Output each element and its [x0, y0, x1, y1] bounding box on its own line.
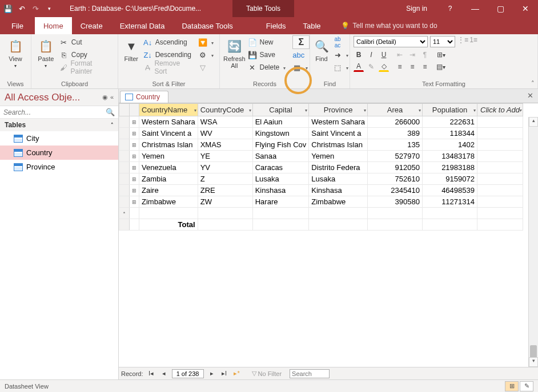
nav-search-input[interactable]	[3, 108, 106, 116]
view-button[interactable]: 📋 View ▾	[3, 36, 27, 68]
object-tab-country[interactable]: Country	[120, 91, 168, 103]
cell[interactable]: Saint Vincent a	[139, 128, 198, 139]
cell[interactable]: Lusaka	[309, 173, 368, 185]
remove-sort-button[interactable]: A̶Remove Sort	[141, 61, 194, 74]
nav-filter-icon[interactable]: ◉	[102, 94, 108, 101]
cell[interactable]: Kinshasa	[252, 185, 309, 196]
numbering-icon[interactable]: 1≡	[469, 36, 478, 47]
underline-button[interactable]: U	[379, 50, 389, 60]
filter-button[interactable]: ▼ Filter	[122, 36, 141, 77]
record-search-input[interactable]	[290, 369, 330, 378]
highlight-button[interactable]: ✎	[366, 62, 376, 72]
cell[interactable]: YE	[198, 151, 252, 162]
table-row[interactable]: ⊞ Christmas Islan XMAS Flying Fish Cov C…	[119, 139, 523, 151]
new-record-nav-button[interactable]: ▸*	[232, 370, 242, 377]
tell-me-search[interactable]: 💡 Tell me what you want to do	[341, 17, 437, 34]
cell[interactable]: 222631	[422, 116, 477, 128]
cell[interactable]: 13483178	[422, 151, 477, 162]
paste-button[interactable]: 📋 Paste ▾	[35, 36, 57, 77]
expand-icon[interactable]: ⊞	[130, 128, 139, 139]
delete-record-button[interactable]: ✕Delete	[246, 61, 288, 74]
row-selector[interactable]	[119, 196, 130, 208]
minimize-button[interactable]: —	[463, 4, 488, 13]
save-icon[interactable]: 💾	[3, 4, 13, 13]
cell[interactable]: Kinshasa	[309, 185, 368, 196]
more-records-button[interactable]: ▦	[290, 61, 312, 74]
design-view-button[interactable]: ✎	[520, 381, 533, 391]
total-row-selector[interactable]	[119, 219, 130, 231]
italic-button[interactable]: I	[366, 50, 376, 60]
table-row[interactable]: ⊞ Zimbabwe ZW Harare Zimbabwe 390580 112…	[119, 196, 523, 208]
cell[interactable]: Yemen	[309, 151, 368, 162]
cell[interactable]: 390580	[367, 196, 422, 208]
row-selector[interactable]	[119, 116, 130, 128]
tab-fields[interactable]: Fields	[258, 17, 295, 34]
cell[interactable]: Venezuela	[139, 162, 198, 173]
cell[interactable]	[477, 116, 523, 128]
toggle-filter-button[interactable]: ▽	[196, 61, 216, 74]
cell[interactable]: XMAS	[198, 139, 252, 151]
cell[interactable]: Zimbabwe	[139, 196, 198, 208]
indent-decrease-button[interactable]: ⇤	[395, 50, 405, 60]
nav-item-city[interactable]: City	[0, 131, 118, 146]
cell[interactable]: 266000	[367, 116, 422, 128]
record-position-input[interactable]	[172, 369, 204, 378]
cell[interactable]: 752610	[367, 173, 422, 185]
cell[interactable]: Harare	[252, 196, 309, 208]
cell[interactable]: ZW	[198, 196, 252, 208]
cell[interactable]: 1402	[422, 139, 477, 151]
cell[interactable]: 9159072	[422, 173, 477, 185]
nav-item-country[interactable]: Country	[0, 146, 118, 160]
cell[interactable]	[477, 151, 523, 162]
cell[interactable]: 46498539	[422, 185, 477, 196]
cell[interactable]	[477, 128, 523, 139]
table-row[interactable]: ⊞ Western Sahara WSA El Aaiun Western Sa…	[119, 116, 523, 128]
cell[interactable]	[477, 162, 523, 173]
find-button[interactable]: 🔍 Find	[314, 36, 330, 77]
cell[interactable]: Kingstown	[252, 128, 309, 139]
goto-button[interactable]: ➜	[331, 49, 351, 61]
cell[interactable]	[477, 196, 523, 208]
new-row-marker[interactable]: *	[119, 208, 130, 219]
row-selector[interactable]	[119, 128, 130, 139]
bold-button[interactable]: B	[354, 50, 364, 60]
table-row[interactable]: ⊞ Saint Vincent a WV Kingstown Saint Vin…	[119, 128, 523, 139]
row-selector[interactable]	[119, 185, 130, 196]
collapse-ribbon-icon[interactable]: ˄	[531, 80, 535, 87]
row-selector[interactable]	[119, 139, 130, 151]
advanced-filter-button[interactable]: ⚙	[196, 49, 216, 61]
cell[interactable]: 11271314	[422, 196, 477, 208]
undo-icon[interactable]: ↶	[17, 4, 26, 13]
align-right-button[interactable]: ≡	[420, 62, 430, 72]
save-record-button[interactable]: 💾Save	[246, 49, 288, 61]
nav-header[interactable]: All Access Obje...	[5, 92, 80, 103]
help-icon[interactable]: ?	[437, 5, 463, 13]
format-painter-button[interactable]: 🖌Format Painter	[57, 61, 114, 74]
close-button[interactable]: ✕	[513, 4, 538, 13]
filter-indicator[interactable]: ▽No Filter	[252, 370, 282, 377]
column-header-countryname[interactable]: CountryName▾	[139, 104, 198, 116]
select-all-cell[interactable]	[119, 104, 130, 116]
cell[interactable]: WV	[198, 128, 252, 139]
cell[interactable]: Sanaa	[252, 151, 309, 162]
cell[interactable]: 135	[367, 139, 422, 151]
cell[interactable]: 118344	[422, 128, 477, 139]
nav-group-tables[interactable]: Tables ˄	[0, 119, 118, 131]
table-row[interactable]: ⊞ Zambia Z Lusaka Lusaka 752610 9159072	[119, 173, 523, 185]
tab-home[interactable]: Home	[35, 17, 72, 34]
new-record-button[interactable]: 📄New	[246, 36, 288, 49]
alternate-fill-button[interactable]: ▤▾	[436, 62, 446, 72]
tab-create[interactable]: Create	[72, 17, 111, 34]
tab-external-data[interactable]: External Data	[111, 17, 174, 34]
table-row[interactable]: ⊞ Zaire ZRE Kinshasa Kinshasa 2345410 46…	[119, 185, 523, 196]
cell[interactable]: Flying Fish Cov	[252, 139, 309, 151]
expand-icon[interactable]: ⊞	[130, 139, 139, 151]
data-grid[interactable]: CountryName▾ CountryCode▾ Capital▾ Provi…	[119, 103, 523, 231]
table-row[interactable]: ⊞ Venezuela YV Caracas Distrito Federa 9…	[119, 162, 523, 173]
indent-increase-button[interactable]: ⇥	[407, 50, 417, 60]
sign-in-link[interactable]: Sign in	[396, 5, 437, 13]
spelling-button[interactable]: abc	[290, 49, 312, 61]
cell[interactable]: 2345410	[367, 185, 422, 196]
cell[interactable]: Western Sahara	[139, 116, 198, 128]
ascending-button[interactable]: A↓Ascending	[141, 36, 194, 49]
